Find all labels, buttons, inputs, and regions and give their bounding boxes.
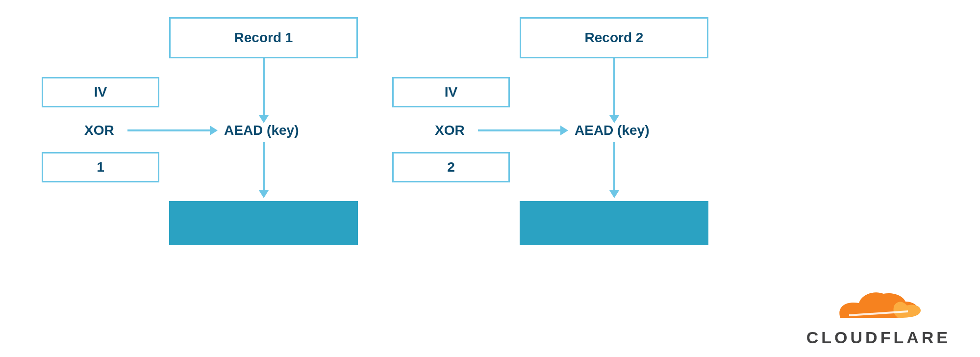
cloudflare-logo: CLOUDFLARE	[806, 291, 951, 347]
iv-label-1: IV	[94, 84, 107, 100]
line-record-to-aead-1	[263, 58, 265, 116]
output-box-2	[520, 201, 708, 245]
arrow-xor-to-aead-1	[210, 126, 218, 135]
iv-label-2: IV	[445, 84, 457, 100]
output-box-1	[169, 201, 358, 245]
record-box-1: Record 1	[169, 17, 358, 58]
arrow-xor-to-aead-2	[560, 126, 568, 135]
line-xor-to-aead-1	[127, 129, 211, 131]
counter-box-1: 1	[42, 152, 159, 182]
counter-label-2: 2	[447, 159, 455, 175]
xor-label-1: XOR	[84, 123, 114, 138]
arrow-aead-to-output-1	[259, 190, 269, 198]
record-label-1: Record 1	[234, 30, 293, 46]
aead-label-1: AEAD (key)	[224, 123, 299, 138]
arrow-record-to-aead-1	[259, 115, 269, 123]
record-label-2: Record 2	[585, 30, 644, 46]
record-box-2: Record 2	[520, 17, 708, 58]
counter-label-1: 1	[97, 159, 104, 175]
arrow-aead-to-output-2	[609, 190, 619, 198]
xor-label-2: XOR	[435, 123, 465, 138]
aead-label-2: AEAD (key)	[575, 123, 649, 138]
iv-box-2: IV	[392, 77, 510, 107]
iv-box-1: IV	[42, 77, 159, 107]
arrow-record-to-aead-2	[609, 115, 619, 123]
line-xor-to-aead-2	[478, 129, 561, 131]
line-record-to-aead-2	[613, 58, 615, 116]
counter-box-2: 2	[392, 152, 510, 182]
line-aead-to-output-1	[263, 142, 265, 191]
cloudflare-cloud-icon	[834, 291, 923, 325]
line-aead-to-output-2	[613, 142, 615, 191]
cloudflare-logo-text: CLOUDFLARE	[806, 328, 951, 347]
